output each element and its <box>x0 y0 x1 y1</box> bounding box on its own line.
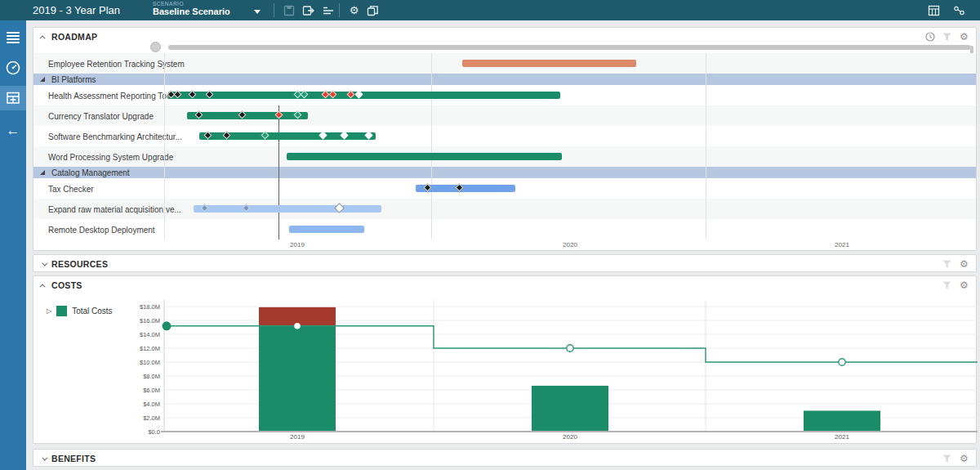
y-tick-label: $14.0M <box>140 331 160 338</box>
menu-button[interactable] <box>0 25 26 50</box>
share-icon[interactable] <box>952 3 966 17</box>
plan-title: 2019 - 3 Year Plan <box>33 4 120 16</box>
export-scenario-icon[interactable] <box>301 3 315 17</box>
y-tick-label: $4.0M <box>143 401 160 408</box>
section-title: RESOURCES <box>51 259 108 269</box>
today-line <box>278 105 279 239</box>
planning-grid-nav-button[interactable] <box>0 86 26 110</box>
scrollbar-thumb[interactable] <box>150 42 161 52</box>
expand-chevron-icon <box>42 260 47 266</box>
dashboard-nav-button[interactable] <box>0 56 26 80</box>
scenario-value: Baseline Scenario <box>153 7 230 16</box>
y-tick-label: $2.0M <box>143 414 160 422</box>
list-view-icon[interactable] <box>321 3 335 17</box>
x-tick-label: 2019 <box>290 433 305 441</box>
line-start-marker <box>163 321 172 330</box>
filter-icon[interactable] <box>942 32 952 43</box>
left-nav-sidebar: ← <box>0 20 26 470</box>
y-tick-label: $18.0M <box>140 303 160 311</box>
tree-expander-icon[interactable] <box>40 77 45 82</box>
group-label: Catalog Management <box>51 168 130 177</box>
gantt-bar[interactable] <box>187 112 308 119</box>
cost-bar-green[interactable] <box>804 411 880 432</box>
gantt-bar[interactable] <box>194 205 381 213</box>
expand-chevron-icon <box>42 454 47 460</box>
resources-panel: RESOURCES ⚙ <box>33 254 977 272</box>
y-tick-label: $0.0 <box>148 428 160 436</box>
row-label: Tax Checker <box>48 184 94 193</box>
line-point-marker <box>294 323 301 329</box>
row-label: Remote Desktop Deployment <box>48 225 155 234</box>
line-point-marker <box>567 345 573 351</box>
gantt-row[interactable]: Expand raw material acquisition ve... <box>33 199 976 219</box>
toolbar-divider <box>339 3 340 17</box>
gear-icon[interactable]: ⚙ <box>959 454 969 464</box>
gear-icon[interactable]: ⚙ <box>959 32 969 43</box>
gantt-row[interactable]: Remote Desktop Deployment <box>33 219 976 239</box>
gear-icon[interactable]: ⚙ <box>347 3 361 17</box>
group-row[interactable]: Catalog Management <box>33 167 976 178</box>
x-tick-label: 2021 <box>835 433 849 441</box>
roadmap-section-header[interactable]: ROADMAP <box>42 32 97 42</box>
line-point-marker <box>839 359 845 365</box>
gantt-row[interactable]: Currency Translator Upgrade <box>33 105 976 126</box>
gantt-bar[interactable] <box>289 226 364 233</box>
y-tick-label: $6.0M <box>143 387 160 394</box>
save-icon[interactable] <box>282 3 296 17</box>
y-tick-label: $16.0M <box>140 317 160 325</box>
benefits-panel: BENEFITS ⚙ <box>33 449 977 467</box>
chevron-down-icon <box>254 10 261 17</box>
gear-icon[interactable]: ⚙ <box>959 259 969 270</box>
row-label: Word Processing System Upgrade <box>48 152 173 161</box>
x-tick-label: 2020 <box>563 433 577 441</box>
year-gridline <box>706 53 706 239</box>
toolbar-divider <box>274 3 274 17</box>
gantt-chart: Employee Retention Tracking SystemBI Pla… <box>33 53 976 239</box>
gantt-bar[interactable] <box>168 92 560 99</box>
back-button[interactable]: ← <box>0 118 26 142</box>
costs-panel: COSTS ⚙ ▷ Total Costs $18.0M$16.0M$14.0M… <box>33 275 977 444</box>
benefits-section-header[interactable]: BENEFITS <box>42 454 96 463</box>
gauge-icon <box>5 60 21 76</box>
history-clock-icon[interactable] <box>924 32 935 43</box>
row-label: Currency Translator Upgrade <box>48 111 154 120</box>
row-label: Software Benchmarking Architectur... <box>48 132 182 141</box>
back-arrow-icon: ← <box>7 123 20 137</box>
gantt-bar[interactable] <box>287 153 562 160</box>
copy-scenario-icon[interactable] <box>366 3 380 17</box>
resources-section-header[interactable]: RESOURCES <box>42 259 108 269</box>
cost-bar-green[interactable] <box>259 326 336 432</box>
year-gridline <box>431 53 432 239</box>
hamburger-icon <box>7 30 20 45</box>
row-label: Expand raw material acquisition ve... <box>48 204 181 213</box>
app-window: 2019 - 3 Year Plan SCENARIO Baseline Sce… <box>0 0 980 470</box>
label-column-divider <box>164 53 165 239</box>
filter-icon[interactable] <box>942 259 952 270</box>
gantt-row[interactable]: Software Benchmarking Architectur... <box>33 126 976 146</box>
tree-expander-icon[interactable] <box>40 170 45 175</box>
costs-chart: $18.0M$16.0M$14.0M$12.0M$10.0M$8.0M$6.0M… <box>33 276 978 441</box>
scenario-label: SCENARIO <box>153 1 230 7</box>
section-title: BENEFITS <box>51 454 96 463</box>
year-label: 2021 <box>835 241 849 248</box>
planning-grid-icon <box>6 91 20 105</box>
section-title: ROADMAP <box>51 32 97 42</box>
year-label: 2019 <box>290 241 305 248</box>
filter-icon[interactable] <box>942 454 952 464</box>
year-label: 2020 <box>563 241 577 248</box>
roadmap-panel: ROADMAP ⚙ Employee Retention Tracking Sy… <box>33 27 977 251</box>
group-label: BI Platforms <box>51 75 96 84</box>
y-tick-label: $8.0M <box>143 373 160 380</box>
horizontal-scrollbar[interactable] <box>168 45 971 50</box>
top-app-bar: 2019 - 3 Year Plan SCENARIO Baseline Sce… <box>0 0 980 20</box>
y-tick-label: $10.0M <box>140 359 160 366</box>
scenario-dropdown[interactable]: SCENARIO Baseline Scenario <box>153 1 230 16</box>
cost-bar-green[interactable] <box>532 386 608 432</box>
collapse-chevron-icon <box>40 35 46 41</box>
gantt-bar[interactable] <box>462 60 636 67</box>
y-tick-label: $12.0M <box>140 345 160 352</box>
table-grid-icon[interactable] <box>927 3 941 17</box>
group-row[interactable]: BI Platforms <box>33 74 976 85</box>
row-label: Health Assessment Reporting Tool <box>48 91 173 100</box>
